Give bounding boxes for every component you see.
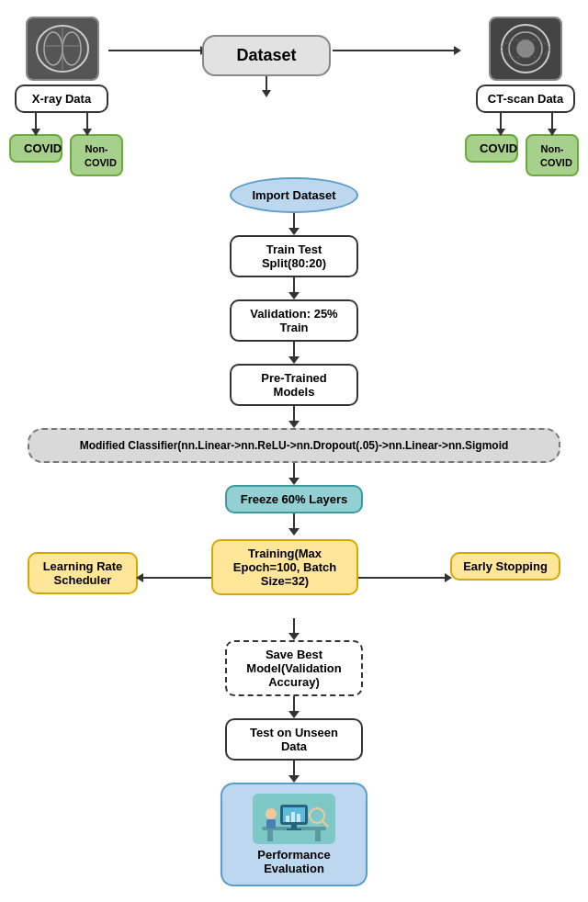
arrow-test-to-perf — [288, 761, 300, 783]
diagram: X-ray Data COVID Non-COVID Dataset — [0, 0, 588, 902]
freeze-layers: Freeze 60% Layers — [225, 485, 363, 513]
early-stopping: Early Stopping — [450, 552, 560, 581]
ctscan-label: CT-scan Data — [476, 85, 575, 113]
svg-marker-14 — [454, 46, 461, 55]
svg-marker-24 — [262, 90, 271, 97]
top-section: X-ray Data COVID Non-COVID Dataset — [0, 9, 588, 170]
xray-image-box — [26, 17, 99, 81]
validation-box: Validation: 25% Train — [230, 299, 358, 342]
xray-label: X-ray Data — [15, 85, 108, 113]
train-test-split: Train Test Split(80:20) — [230, 235, 358, 277]
svg-rect-30 — [267, 830, 273, 841]
svg-rect-40 — [266, 819, 276, 829]
save-best-model: Save Best Model(Validation Accuray) — [225, 640, 363, 696]
svg-point-39 — [266, 808, 277, 819]
svg-line-42 — [322, 821, 328, 827]
svg-rect-34 — [291, 825, 297, 829]
svg-point-9 — [516, 39, 535, 58]
import-dataset: Import Dataset — [230, 177, 358, 213]
dataset-box: Dataset — [202, 35, 331, 76]
classifier-box: Modified Classifier(nn.Linear->nn.ReLU->… — [28, 428, 560, 463]
pretrained-models: Pre-Trained Models — [230, 364, 358, 406]
training-box: Training(Max Epoch=100, Batch Size=32) — [211, 539, 358, 595]
performance-image — [253, 794, 335, 844]
covid-right: COVID — [465, 134, 518, 163]
lr-scheduler: Learning Rate Scheduler — [28, 552, 138, 594]
test-unseen: Test on Unseen Data — [225, 718, 363, 761]
svg-rect-37 — [291, 812, 295, 822]
svg-rect-38 — [297, 814, 300, 822]
ctscan-image-box — [489, 17, 562, 81]
svg-point-41 — [310, 808, 324, 823]
main-flow: Import Dataset Train Test Split(80:20) V… — [0, 170, 588, 897]
arrow-freeze-to-training — [288, 513, 300, 536]
arrow-val-to-pretrained — [288, 342, 300, 364]
training-row: Learning Rate Scheduler Training(Max Epo… — [28, 536, 560, 618]
arrow-save-to-test — [288, 696, 300, 718]
noncovid-left: Non-COVID — [70, 134, 123, 176]
svg-rect-35 — [287, 829, 301, 830]
arrow-import-to-split — [288, 213, 300, 235]
arrow-pretrained-to-classifier — [288, 406, 300, 428]
covid-left: COVID — [9, 134, 62, 163]
arrow-classifier-to-freeze — [288, 463, 300, 485]
svg-rect-31 — [315, 830, 321, 841]
noncovid-right: Non-COVID — [526, 134, 579, 176]
svg-rect-36 — [286, 816, 289, 822]
performance-evaluation: Performance Evaluation — [220, 783, 368, 886]
arrow-split-to-val — [288, 277, 300, 299]
arrow-training-to-save — [288, 618, 300, 640]
